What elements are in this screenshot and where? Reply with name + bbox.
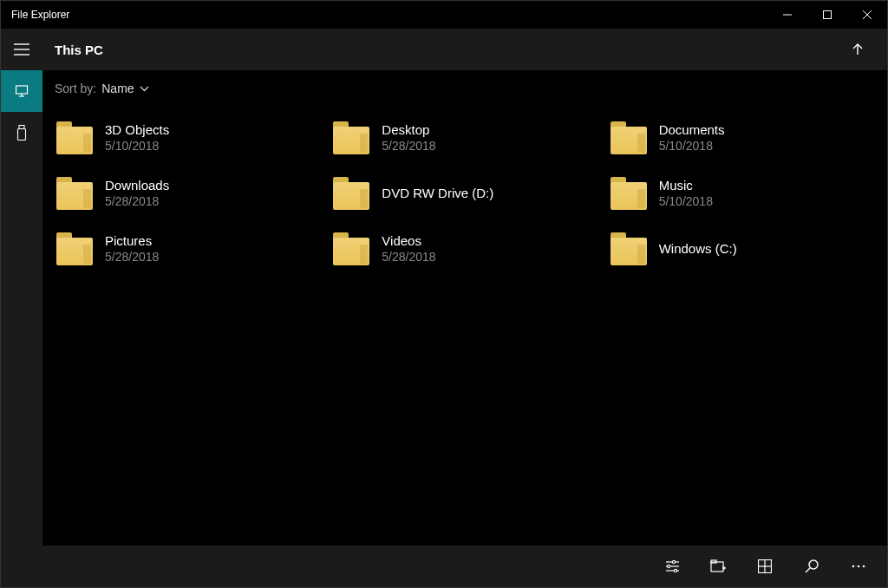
item-name: Downloads [105, 178, 169, 194]
svg-rect-11 [18, 129, 26, 140]
folder-icon [610, 177, 647, 210]
ellipsis-icon [851, 564, 866, 569]
svg-point-30 [863, 565, 865, 568]
folder-icon [610, 121, 647, 154]
folder-icon [56, 121, 93, 154]
grid-view-icon [758, 559, 772, 573]
item-name: DVD RW Drive (D:) [382, 186, 493, 202]
item-name: Desktop [382, 122, 435, 139]
folder-item[interactable]: Music 5/10/2018 [610, 166, 887, 221]
sidebar-item-this-pc[interactable] [1, 70, 42, 112]
sort-label: Sort by: [55, 82, 96, 95]
item-text: Windows (C:) [659, 241, 737, 258]
item-text: Documents 5/10/2018 [659, 122, 725, 154]
up-button[interactable] [840, 32, 875, 67]
titlebar: File Explorer [1, 1, 887, 29]
folder-icon [610, 232, 647, 265]
svg-point-16 [672, 560, 675, 563]
folder-item[interactable]: 3D Objects 5/10/2018 [56, 110, 333, 166]
folder-item[interactable]: DVD RW Drive (D:) [333, 166, 610, 221]
item-date: 5/10/2018 [659, 194, 713, 210]
svg-point-18 [674, 569, 676, 572]
item-text: DVD RW Drive (D:) [382, 186, 493, 202]
item-name: 3D Objects [105, 122, 169, 139]
location-title: This PC [55, 42, 840, 57]
arrow-up-icon [851, 42, 865, 56]
folder-item[interactable]: Pictures 5/28/2018 [56, 221, 333, 277]
item-text: Desktop 5/28/2018 [382, 122, 435, 154]
chevron-down-icon [140, 86, 149, 92]
item-name: Windows (C:) [659, 241, 737, 258]
svg-rect-10 [19, 126, 24, 129]
item-text: Videos 5/28/2018 [382, 233, 435, 265]
item-text: Pictures 5/28/2018 [105, 233, 159, 265]
svg-rect-19 [711, 562, 723, 572]
svg-line-27 [806, 568, 810, 572]
main-panel: This PC Sort by: Name [42, 29, 887, 587]
item-date: 5/28/2018 [382, 139, 435, 154]
folder-icon [56, 232, 93, 265]
item-name: Documents [659, 122, 725, 139]
item-date: 5/28/2018 [105, 194, 169, 210]
new-folder-button[interactable] [695, 546, 741, 587]
folder-icon [56, 177, 93, 210]
sidebar-item-devices[interactable] [1, 112, 42, 154]
svg-rect-1 [824, 11, 832, 19]
sort-row[interactable]: Sort by: Name [42, 70, 887, 107]
svg-point-26 [809, 560, 818, 569]
item-date: 5/10/2018 [659, 139, 725, 154]
folder-item[interactable]: Videos 5/28/2018 [333, 221, 610, 277]
item-text: Music 5/10/2018 [659, 178, 713, 209]
sort-value: Name [101, 82, 148, 95]
add-folder-icon [710, 559, 726, 573]
folder-icon [333, 232, 369, 265]
window-title: File Explorer [11, 9, 69, 21]
search-icon [804, 559, 819, 574]
folder-item[interactable]: Documents 5/10/2018 [610, 110, 887, 166]
item-date: 5/10/2018 [105, 139, 169, 154]
item-name: Videos [382, 233, 435, 250]
item-date: 5/28/2018 [105, 250, 159, 265]
close-button[interactable] [847, 1, 887, 29]
folder-icon [333, 177, 369, 210]
monitor-icon [15, 84, 29, 98]
item-text: 3D Objects 5/10/2018 [105, 122, 169, 154]
items-grid: 3D Objects 5/10/2018 Desktop 5/28/2018 D… [42, 107, 887, 546]
folder-item[interactable]: Downloads 5/28/2018 [56, 166, 333, 221]
item-date: 5/28/2018 [382, 250, 435, 265]
usb-drive-icon [16, 125, 27, 140]
minimize-button[interactable] [767, 1, 807, 29]
hamburger-menu-button[interactable] [14, 43, 29, 56]
folder-item[interactable]: Windows (C:) [610, 221, 887, 277]
item-text: Downloads 5/28/2018 [105, 178, 169, 209]
search-button[interactable] [788, 546, 835, 587]
svg-rect-7 [16, 86, 28, 94]
folder-item[interactable]: Desktop 5/28/2018 [333, 110, 610, 166]
sidebar [1, 29, 42, 587]
svg-point-28 [852, 565, 855, 568]
filter-icon [663, 560, 679, 572]
item-name: Music [659, 178, 713, 194]
svg-point-29 [858, 565, 860, 568]
svg-point-17 [667, 565, 669, 567]
more-button[interactable] [835, 546, 882, 587]
location-header: This PC [42, 29, 887, 70]
view-button[interactable] [741, 546, 788, 587]
bottom-toolbar [42, 546, 887, 587]
maximize-button[interactable] [807, 1, 847, 29]
folder-icon [333, 121, 369, 154]
item-name: Pictures [105, 233, 159, 250]
filter-button[interactable] [648, 546, 695, 587]
